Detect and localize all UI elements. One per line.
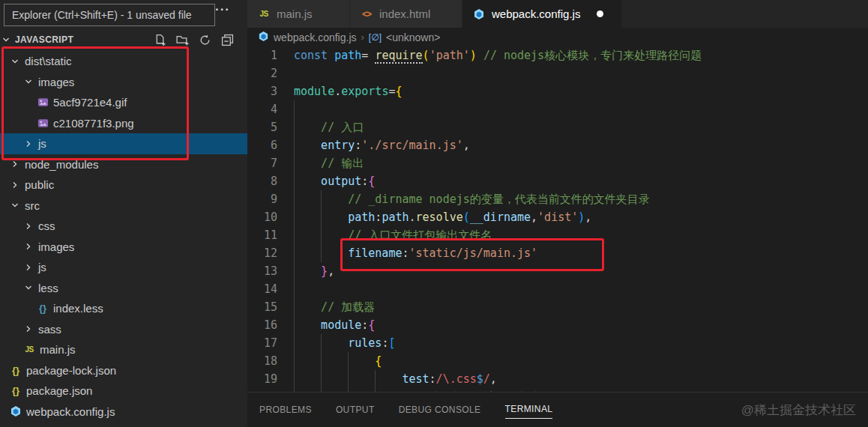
line-number: 4 bbox=[247, 100, 294, 118]
tree-item-package-lock.json[interactable]: {}package-lock.json bbox=[0, 360, 247, 381]
tree-item-public[interactable]: public bbox=[0, 175, 247, 196]
tree-item-images[interactable]: images bbox=[0, 237, 247, 258]
line-number: 18 bbox=[247, 352, 294, 370]
panel-tab-debug-console[interactable]: DEBUG CONSOLE bbox=[399, 402, 481, 419]
code-line-14[interactable]: 14 bbox=[247, 280, 868, 298]
explorer-tooltip: Explorer (Ctrl+Shift+E) - 1 unsaved file bbox=[4, 4, 215, 26]
line-number: 1 bbox=[247, 46, 294, 64]
line-number: 17 bbox=[247, 334, 294, 352]
tree-item-dist-static[interactable]: dist\static bbox=[0, 51, 247, 72]
braces-icon: {} bbox=[36, 303, 49, 314]
panel-tab-output[interactable]: OUTPUT bbox=[336, 402, 375, 419]
braces-icon: {} bbox=[9, 385, 22, 396]
tree-item-webpack.config.js[interactable]: webpack.config.js bbox=[0, 402, 247, 423]
indent-guide bbox=[321, 334, 348, 352]
line-number: 10 bbox=[247, 208, 294, 226]
vscode-window: Explorer (Ctrl+Shift+E) - 1 unsaved file… bbox=[0, 0, 868, 427]
tree-item-label: package.json bbox=[26, 384, 92, 397]
line-content: rules:[ bbox=[294, 334, 868, 352]
indent-guide bbox=[348, 352, 375, 370]
tree-item-sass[interactable]: sass bbox=[0, 319, 247, 340]
tree-item-label: public bbox=[25, 178, 54, 191]
code-line-4[interactable]: 4 bbox=[247, 100, 868, 118]
line-content: // 入口 bbox=[294, 118, 868, 136]
code-line-15[interactable]: 15// 加载器 bbox=[247, 298, 868, 316]
tree-item-5acf9721e4.gif[interactable]: 5acf9721e4.gif bbox=[0, 92, 247, 113]
new-file-button[interactable] bbox=[153, 33, 166, 46]
tab-webpack.config.js[interactable]: webpack.config.js bbox=[462, 0, 622, 28]
tree-item-index.less[interactable]: {}index.less bbox=[0, 298, 247, 319]
code-line-17[interactable]: 17rules:[ bbox=[247, 334, 868, 352]
line-number: 16 bbox=[247, 316, 294, 334]
tree-item-label: dist\static bbox=[25, 55, 72, 67]
webpack-icon bbox=[472, 8, 486, 20]
code-line-10[interactable]: 10path:path.resolve(__dirname,'dist'), bbox=[247, 208, 868, 226]
tree-item-js[interactable]: js bbox=[0, 257, 247, 278]
line-number: 6 bbox=[247, 136, 294, 154]
code-line-18[interactable]: 18{ bbox=[247, 352, 868, 370]
tree-item-package.json[interactable]: {}package.json bbox=[0, 381, 247, 402]
line-number: 19 bbox=[247, 370, 294, 388]
tree-item-label: images bbox=[38, 76, 74, 88]
line-content: module.exports={ bbox=[294, 82, 868, 100]
code-line-7[interactable]: 7// 输出 bbox=[247, 154, 868, 172]
panel-tab-terminal[interactable]: TERMINAL bbox=[505, 401, 553, 419]
breadcrumb-file[interactable]: webpack.config.js bbox=[274, 31, 357, 43]
code-line-11[interactable]: 11// 入口文件打包输出文件名 bbox=[247, 226, 868, 244]
code-line-6[interactable]: 6entry:'./src/main.js', bbox=[247, 136, 868, 154]
tree-item-images[interactable]: images bbox=[0, 72, 247, 93]
code-line-16[interactable]: 16module:{ bbox=[247, 316, 868, 334]
tree-item-label: 5acf9721e4.gif bbox=[53, 96, 127, 109]
editor-area: JSmain.js<>index.htmlwebpack.config.js w… bbox=[247, 0, 868, 427]
code-line-9[interactable]: 9// _dirname nodejs的变量，代表当前文件的文件夹目录 bbox=[247, 190, 868, 208]
indent-guide bbox=[294, 316, 321, 334]
tree-item-c2108771f3.png[interactable]: c2108771f3.png bbox=[0, 113, 247, 134]
image-icon bbox=[36, 118, 49, 129]
indent-guide bbox=[321, 190, 348, 208]
breadcrumb-symbol[interactable]: <unknown> bbox=[386, 31, 440, 43]
tab-label: webpack.config.js bbox=[492, 7, 580, 20]
code-line-12[interactable]: 12filename:'static/js/main.js' bbox=[247, 244, 868, 262]
tree-item-js[interactable]: js bbox=[0, 133, 247, 154]
tree-item-label: index.less bbox=[53, 302, 103, 315]
tree-item-label: webpack.config.js bbox=[26, 405, 115, 418]
section-title: JAVASCRIPT bbox=[15, 34, 73, 45]
tree-item-less[interactable]: less bbox=[0, 278, 247, 299]
indent-guide bbox=[294, 208, 321, 226]
indent-guide bbox=[294, 172, 321, 190]
chevron-right-icon bbox=[22, 323, 34, 335]
new-folder-button[interactable] bbox=[175, 33, 189, 46]
code-line-1[interactable]: 1const path= require('path') // nodejs核心… bbox=[247, 46, 868, 64]
tree-item-label: images bbox=[38, 240, 74, 253]
html-icon: <> bbox=[360, 9, 373, 19]
indent-guide bbox=[294, 298, 321, 316]
code-line-2[interactable]: 2 bbox=[247, 64, 868, 82]
chevron-down-icon bbox=[9, 199, 21, 211]
js-icon: JS bbox=[257, 10, 271, 18]
unsaved-dot-icon[interactable] bbox=[597, 10, 603, 17]
refresh-button[interactable] bbox=[198, 33, 211, 46]
tree-item-main.js[interactable]: JSmain.js bbox=[0, 339, 247, 360]
code-line-5[interactable]: 5// 入口 bbox=[247, 118, 868, 136]
code-editor[interactable]: 1const path= require('path') // nodejs核心… bbox=[247, 46, 868, 392]
line-content: filename:'static/js/main.js' bbox=[294, 244, 868, 262]
tab-main.js[interactable]: JSmain.js bbox=[247, 0, 350, 28]
tree-item-css[interactable]: css bbox=[0, 216, 247, 237]
code-line-8[interactable]: 8output:{ bbox=[247, 172, 868, 190]
section-header-javascript[interactable]: JAVASCRIPT bbox=[0, 30, 247, 49]
line-content: entry:'./src/main.js', bbox=[294, 136, 868, 154]
code-line-19[interactable]: 19test:/\.css$/, bbox=[247, 370, 868, 388]
tree-item-src[interactable]: src bbox=[0, 196, 247, 216]
line-content: // 加载器 bbox=[294, 298, 868, 316]
tab-index.html[interactable]: <>index.html bbox=[350, 0, 462, 28]
symbol-icon: [∅] bbox=[369, 32, 382, 43]
collapse-all-button[interactable] bbox=[220, 33, 234, 46]
tree-item-label: css bbox=[38, 219, 55, 232]
code-line-3[interactable]: 3module.exports={ bbox=[247, 82, 868, 100]
tree-item-node-modules[interactable]: node_modules bbox=[0, 154, 247, 175]
more-actions-icon[interactable]: ··· bbox=[215, 2, 230, 17]
code-line-13[interactable]: 13}, bbox=[247, 262, 868, 280]
indent-guide bbox=[294, 244, 321, 262]
panel-tab-problems[interactable]: PROBLEMS bbox=[259, 402, 312, 419]
indent-guide bbox=[294, 136, 321, 154]
